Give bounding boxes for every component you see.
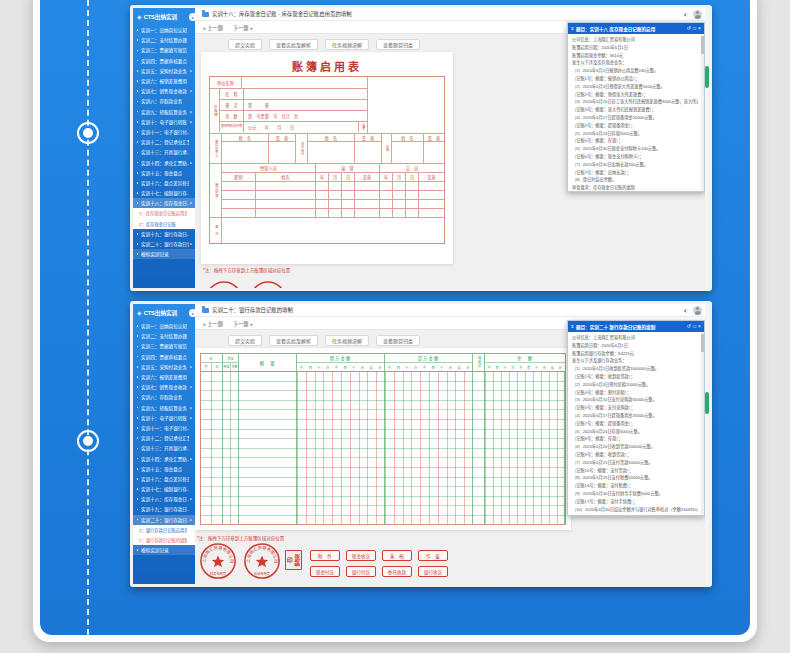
- seal-cell[interactable]: [424, 142, 444, 163]
- name-cell[interactable]: [308, 142, 355, 163]
- empty-cell[interactable]: [222, 209, 256, 217]
- sidebar-item[interactable]: 实训五：采购付款业务 ▸: [133, 362, 195, 372]
- sidebar-item[interactable]: 实训六：报销差旅费用 ▸: [133, 76, 195, 86]
- prev-question-button[interactable]: « 上一题: [203, 24, 223, 31]
- name-seal[interactable]: 印 张 磊: [285, 550, 302, 570]
- toolbar-button[interactable]: 查看实验及解析: [269, 39, 318, 50]
- small-stamp[interactable]: 作 废: [418, 550, 448, 561]
- sidebar-item[interactable]: 实训六：报销差旅费用 ▸: [133, 372, 195, 382]
- prev-question-button[interactable]: « 上一题: [203, 320, 223, 327]
- sidebar-item[interactable]: 实训三：票据填写规范 ▸: [133, 341, 195, 351]
- sidebar-item[interactable]: 实训五：采购付款业务 ▸: [133, 66, 195, 76]
- toolbar-button[interactable]: 任务视频讲解: [325, 335, 369, 346]
- refresh-icon[interactable]: ↺: [687, 26, 691, 31]
- sidebar-item[interactable]: 实训四：票据审核要点 ▸: [133, 352, 195, 362]
- sidebar-item[interactable]: 实训一：出纳岗位认知 ▸: [133, 25, 195, 35]
- maximize-icon[interactable]: □: [693, 324, 696, 329]
- sidebar-item[interactable]: 实训十三：开具银行承... ▸: [133, 443, 195, 453]
- company-round-seal-cashier[interactable]: 上海翔汇贸易有限公司 出纳专用章: [243, 542, 281, 580]
- panel-scrollbar[interactable]: [701, 34, 704, 191]
- panel-scrollbar[interactable]: [701, 332, 704, 515]
- sidebar-item[interactable]: 实训十一：电子银行付... ▸: [133, 423, 195, 433]
- scrollbar-thumb[interactable]: [705, 392, 709, 414]
- sidebar-item[interactable]: 实训十：电子银行转账 ▸: [133, 413, 195, 423]
- toolbar-button[interactable]: 提交实验: [228, 39, 262, 50]
- empty-cell[interactable]: [222, 191, 256, 199]
- sidebar-item[interactable]: 实训十八：库存现金日... ▸: [133, 494, 195, 504]
- scrollbar-thumb[interactable]: [705, 66, 709, 88]
- sidebar-item[interactable]: 实训七：销售现金收款 ▸: [133, 86, 195, 96]
- small-stamp[interactable]: 现金付讫: [310, 566, 340, 577]
- small-stamp[interactable]: 委托收款: [382, 566, 412, 577]
- empty-cell[interactable]: [222, 200, 256, 208]
- remark-cell[interactable]: [222, 218, 444, 243]
- name-cell[interactable]: [222, 142, 269, 163]
- sidebar-item[interactable]: 模拟实训记录 ▸: [133, 545, 195, 555]
- sidebar-item[interactable]: 1：银行存款日记账启用页的... ▸: [133, 525, 195, 535]
- sidebar-item[interactable]: 实训十七：编制银行存... ▸: [133, 484, 195, 494]
- journal-body[interactable]: [201, 372, 565, 524]
- sidebar-item[interactable]: 实训十九：银行存款日... ▸: [133, 504, 195, 514]
- sidebar-item[interactable]: 实训三：票据填写规范 ▸: [133, 45, 195, 55]
- empty-cell[interactable]: [222, 182, 256, 190]
- small-stamp[interactable]: 现金收讫: [346, 550, 376, 561]
- sidebar-item[interactable]: 实训七：销售现金收款 ▸: [133, 382, 195, 392]
- theme-toggle-icon[interactable]: ◐: [684, 307, 688, 314]
- sidebar-item[interactable]: 实训八：存取款业务 ▸: [133, 392, 195, 402]
- period-cell[interactable]: 公元 年 月 日: [244, 122, 358, 132]
- toolbar-button[interactable]: 查看题目归类: [376, 335, 420, 346]
- sidebar-item[interactable]: 实训八：存取款业务 ▸: [133, 96, 195, 106]
- sidebar-item[interactable]: 实训十一：电子银行付... ▸: [133, 127, 195, 137]
- app-scrollbar[interactable]: [705, 304, 709, 584]
- toolbar-button[interactable]: 查看实验及解析: [269, 335, 318, 346]
- sidebar-item[interactable]: 实训十八：库存现金日... ▸: [133, 198, 195, 208]
- next-question-button[interactable]: 下一题 »: [233, 24, 253, 31]
- toolbar-button[interactable]: 提交实验: [228, 335, 262, 346]
- book-name-cell[interactable]: [244, 89, 367, 99]
- sidebar-item[interactable]: 实训十：电子银行转账 ▸: [133, 117, 195, 127]
- maximize-icon[interactable]: □: [693, 26, 696, 31]
- sidebar-item[interactable]: 实训十二：登记承兑汇票 ▸: [133, 433, 195, 443]
- seal-drop-area[interactable]: [368, 77, 444, 133]
- sidebar-item[interactable]: 实训十二：登记承兑汇票 ▸: [133, 137, 195, 147]
- activation-form-table[interactable]: 单位名称 本账簿 名 称: [209, 76, 445, 244]
- small-stamp[interactable]: 银行收讫: [418, 566, 448, 577]
- app-scrollbar[interactable]: [705, 8, 709, 288]
- close-icon[interactable]: ×: [698, 26, 701, 31]
- sidebar-item[interactable]: 模拟实训记录 ▸: [133, 249, 195, 259]
- sidebar-item[interactable]: 1：库存现金日记账启用页的... ▸: [133, 208, 195, 218]
- next-question-button[interactable]: 下一题 »: [233, 320, 253, 327]
- user-avatar[interactable]: [693, 306, 702, 315]
- sidebar-item[interactable]: 2：库存现金日记账 ▸: [133, 219, 195, 229]
- sidebar-item[interactable]: 实训九：转账结算业务 ▸: [133, 403, 195, 413]
- sidebar-item[interactable]: 实训十三：开具银行承... ▸: [133, 147, 195, 157]
- sidebar-item[interactable]: 实训十六：盘点差异处理 ▸: [133, 178, 195, 188]
- toolbar-button[interactable]: 查看题目归类: [376, 39, 420, 50]
- sidebar-item[interactable]: 实训十五：现金盘点 ▸: [133, 168, 195, 178]
- sidebar-item[interactable]: 实训十五：现金盘点 ▸: [133, 464, 195, 474]
- sidebar-item[interactable]: 2：银行存款日记账的填制 ▸: [133, 535, 195, 545]
- seal-cell[interactable]: [269, 142, 295, 163]
- small-stamp[interactable]: 附 件: [310, 550, 340, 561]
- user-avatar[interactable]: [693, 10, 702, 19]
- sidebar-toggle-button[interactable]: ▸: [189, 309, 197, 317]
- sidebar-item[interactable]: 实训二：支付结算办理 ▸: [133, 35, 195, 45]
- sidebar-item[interactable]: 实训九：转账结算业务 ▸: [133, 107, 195, 117]
- sidebar-item[interactable]: 实训十四：承兑汇票贴... ▸: [133, 157, 195, 167]
- close-icon[interactable]: ×: [698, 324, 701, 329]
- sidebar-toggle-button[interactable]: ▸: [189, 13, 197, 21]
- task-panel-header[interactable]: ≡ 题目：实训二十 银行存款日记账的填制 ↺ □ ×: [568, 321, 704, 332]
- unit-name-cell[interactable]: [242, 77, 367, 88]
- sidebar-item[interactable]: 实训十四：承兑汇票贴... ▸: [133, 453, 195, 463]
- sidebar-item[interactable]: 实训二：支付结算办理 ▸: [133, 331, 195, 341]
- small-stamp[interactable]: 朱 梅: [382, 550, 412, 561]
- journal-table[interactable]: 年 月 日 凭证 种类 号数: [200, 353, 566, 525]
- seal-cell[interactable]: [355, 142, 381, 163]
- sidebar-item[interactable]: 实训十九：银行存款日... ▸: [133, 229, 195, 239]
- refresh-icon[interactable]: ↺: [687, 324, 691, 329]
- company-round-seal-finance[interactable]: 上海翔汇贸易有限公司 财务专用章: [199, 542, 237, 580]
- small-stamp[interactable]: 银行付讫: [346, 566, 376, 577]
- name-cell[interactable]: [392, 142, 424, 163]
- pages-cell[interactable]: 第 号至第 号 共计 页: [244, 111, 367, 121]
- task-panel-header[interactable]: ≡ 题目：实训十八 库存现金日记账的启用 ↺ □ ×: [568, 23, 704, 34]
